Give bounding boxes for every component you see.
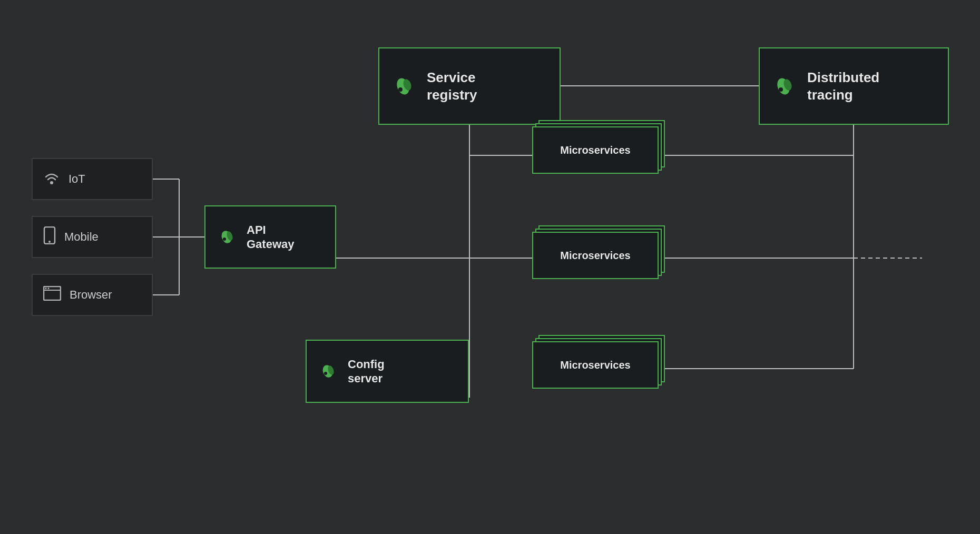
svg-point-39 (779, 87, 783, 92)
svg-point-26 (45, 288, 47, 289)
mobile-icon (43, 226, 56, 248)
distributed-tracing-spring-icon (770, 72, 800, 101)
config-server-label: Configserver (348, 357, 385, 386)
microservices-label-3: Microservices (560, 359, 630, 371)
microservices-label-2: Microservices (560, 250, 630, 262)
microservices-label-1: Microservices (560, 144, 630, 156)
mobile-label: Mobile (64, 230, 99, 244)
service-registry-box: Serviceregistry (378, 47, 561, 125)
svg-point-23 (48, 241, 51, 243)
browser-icon (43, 286, 61, 304)
client-browser: Browser (32, 274, 153, 316)
client-iot: IoT (32, 158, 153, 200)
api-gateway-box: APIGateway (204, 205, 336, 269)
browser-label: Browser (70, 288, 112, 302)
svg-point-21 (50, 181, 53, 184)
diagram-container: IoT Mobile Browser (0, 0, 980, 534)
iot-icon (43, 169, 60, 190)
config-server-box: Configserver (306, 340, 469, 403)
svg-point-35 (398, 87, 403, 92)
svg-point-43 (324, 372, 327, 375)
svg-point-31 (223, 238, 226, 241)
service-registry-spring-icon (390, 72, 419, 101)
svg-point-27 (48, 288, 50, 289)
iot-label: IoT (68, 172, 85, 186)
api-gateway-spring-icon (216, 225, 239, 249)
service-registry-label: Serviceregistry (427, 69, 477, 103)
distributed-tracing-box: Distributedtracing (759, 47, 949, 125)
client-mobile: Mobile (32, 216, 153, 258)
api-gateway-label: APIGateway (247, 223, 295, 252)
distributed-tracing-label: Distributedtracing (807, 69, 879, 103)
config-server-spring-icon (317, 360, 340, 383)
